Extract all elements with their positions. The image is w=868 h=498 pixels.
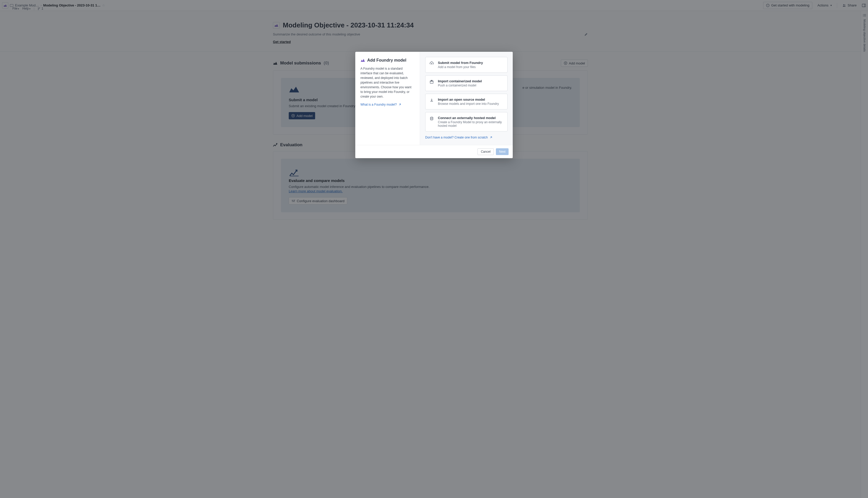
what-is-model-link[interactable]: What is a Foundry model?	[361, 103, 401, 106]
external-link-icon	[398, 103, 401, 106]
option-import-open-source[interactable]: Import an open source model Browse model…	[425, 94, 507, 109]
option-submit-from-foundry[interactable]: Submit model from Foundry Add a model fr…	[425, 57, 507, 73]
model-icon	[361, 58, 365, 63]
option-connect-external[interactable]: Connect an externally hosted model Creat…	[425, 112, 507, 131]
modal-title: Add Foundry model	[367, 58, 406, 63]
external-link-icon	[489, 136, 492, 139]
next-button[interactable]: Next	[496, 148, 508, 155]
download-icon	[430, 98, 434, 102]
add-model-modal: Add Foundry model A Foundry model is a s…	[355, 52, 513, 158]
option-import-containerized[interactable]: Import containerized model Push a contai…	[425, 75, 507, 91]
cloud-upload-icon	[430, 61, 434, 65]
modal-overlay[interactable]: Add Foundry model A Foundry model is a s…	[0, 0, 868, 498]
svg-point-19	[430, 117, 433, 118]
svg-rect-18	[430, 81, 433, 83]
database-icon	[430, 117, 434, 121]
create-from-scratch-link[interactable]: Don't have a model? Create one from scra…	[425, 136, 507, 139]
cancel-button[interactable]: Cancel	[478, 148, 494, 155]
modal-description: A Foundry model is a standard interface …	[361, 66, 415, 99]
package-icon	[430, 80, 434, 84]
